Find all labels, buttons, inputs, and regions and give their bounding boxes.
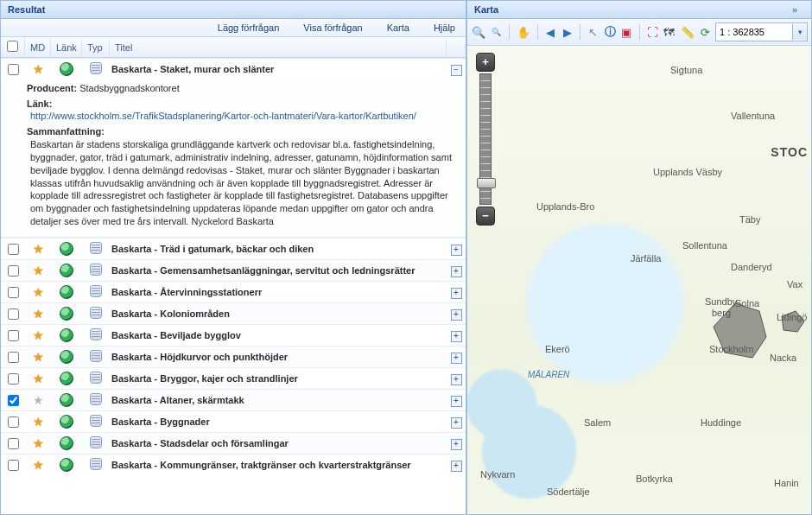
row-checkbox[interactable] (8, 416, 19, 428)
favorite-star-icon[interactable]: ★ (31, 307, 45, 321)
globe-link-icon[interactable] (60, 415, 73, 429)
row-checkbox[interactable] (8, 244, 19, 255)
scale-selector[interactable]: ▾ (715, 22, 808, 41)
row-checkbox[interactable] (8, 330, 19, 341)
expand-row-icon[interactable]: + (451, 331, 462, 342)
favorite-star-icon[interactable]: ★ (31, 62, 45, 76)
table-row[interactable]: ★Baskarta - Bryggor, kajer och strandlin… (1, 367, 466, 389)
col-link[interactable]: Länk (51, 39, 82, 56)
refresh-map-button[interactable]: ⟳ (699, 22, 712, 42)
row-checkbox[interactable] (8, 287, 19, 298)
row-checkbox[interactable] (8, 64, 19, 75)
menu-map[interactable]: Karta (387, 22, 409, 33)
result-body[interactable]: ★Baskarta - Staket, murar och slänter−Pr… (1, 58, 466, 514)
table-row[interactable]: ★Baskarta - Återvinningsstationerr+ (1, 281, 466, 302)
bookmark-tool[interactable]: 🗺 (663, 22, 676, 42)
row-checkbox[interactable] (8, 265, 19, 277)
scale-input[interactable] (716, 24, 792, 40)
expand-row-icon[interactable]: + (451, 266, 462, 277)
city-label-big: STOC (771, 145, 808, 159)
map-canvas[interactable]: + − STOC MÄLAREN SigtunaVallentunaUpplan… (467, 46, 811, 514)
collapse-map-icon[interactable]: » (792, 4, 804, 15)
globe-link-icon[interactable] (60, 393, 73, 407)
select-all-checkbox[interactable] (7, 41, 18, 52)
expand-row-icon[interactable]: + (451, 309, 462, 321)
row-title: Baskarta - Gemensamhetsanläggningar, ser… (110, 262, 447, 279)
zoom-in-tool[interactable]: 🔍 (471, 22, 486, 42)
table-row[interactable]: ★Baskarta - Träd i gatumark, bäckar och … (1, 238, 466, 259)
row-checkbox[interactable] (8, 438, 19, 449)
globe-link-icon[interactable] (60, 436, 73, 450)
expand-row-icon[interactable]: + (451, 439, 462, 450)
table-row[interactable]: ★Baskarta - Höjdkurvor och punkthöjder+ (1, 346, 466, 367)
favorite-star-icon[interactable]: ★ (31, 393, 45, 407)
dataset-type-icon (90, 328, 102, 340)
favorite-star-icon[interactable]: ★ (31, 328, 45, 342)
map-body: + − STOC MÄLAREN SigtunaVallentunaUpplan… (467, 46, 811, 514)
expand-row-icon[interactable]: + (451, 396, 462, 407)
clear-tool[interactable]: ▣ (620, 22, 633, 42)
svg-marker-0 (714, 303, 766, 358)
full-extent-button[interactable]: ⛶ (646, 22, 659, 42)
info-tool[interactable]: ⓘ (603, 22, 616, 42)
pan-tool[interactable]: ✋ (516, 22, 531, 42)
zoom-in-button[interactable]: + (476, 53, 495, 72)
zoom-thumb[interactable] (477, 178, 496, 188)
expand-row-icon[interactable]: − (451, 65, 462, 76)
scale-dropdown-icon[interactable]: ▾ (792, 24, 807, 40)
row-checkbox[interactable] (8, 373, 19, 385)
expand-row-icon[interactable]: + (451, 417, 462, 429)
col-title[interactable]: Titel (110, 39, 447, 56)
table-row[interactable]: ★Baskarta - Altaner, skärmtakk+ (1, 389, 466, 410)
prev-extent-button[interactable]: ◀ (544, 22, 557, 42)
globe-link-icon[interactable] (60, 350, 73, 364)
expand-row-icon[interactable]: + (451, 461, 462, 472)
table-row[interactable]: ★Baskarta - Kommungränser, traktgränser … (1, 454, 466, 475)
table-row[interactable]: ★Baskarta - Stadsdelar och församlingar+ (1, 432, 466, 454)
zoom-out-button[interactable]: − (476, 207, 495, 226)
row-title: Baskarta - Kommungränser, traktgränser o… (110, 456, 447, 474)
favorite-star-icon[interactable]: ★ (31, 372, 45, 385)
expand-row-icon[interactable]: + (451, 374, 462, 385)
col-type[interactable]: Typ (82, 39, 110, 56)
globe-link-icon[interactable] (60, 285, 73, 299)
next-extent-button[interactable]: ▶ (561, 22, 574, 42)
map-panel-title: Karta (474, 4, 498, 15)
favorite-star-icon[interactable]: ★ (31, 285, 45, 299)
globe-link-icon[interactable] (60, 307, 73, 321)
table-row[interactable]: ★Baskarta - Gemensamhetsanläggningar, se… (1, 259, 466, 281)
zoom-out-tool[interactable]: 🔍 (490, 22, 503, 42)
table-row[interactable]: ★Baskarta - Staket, murar och slänter− (1, 58, 466, 79)
globe-link-icon[interactable] (60, 242, 73, 256)
favorite-star-icon[interactable]: ★ (31, 436, 45, 450)
row-checkbox[interactable] (8, 352, 19, 363)
row-checkbox[interactable] (8, 395, 19, 406)
menu-add-request[interactable]: Lägg förfrågan (218, 22, 280, 33)
col-md[interactable]: MD (25, 39, 51, 56)
row-checkbox[interactable] (8, 308, 19, 320)
table-row[interactable]: ★Baskarta - Byggnader+ (1, 410, 466, 432)
globe-link-icon[interactable] (60, 264, 73, 277)
table-row[interactable]: ★Baskarta - Koloniområden+ (1, 302, 466, 324)
menu-help[interactable]: Hjälp (434, 22, 455, 33)
expand-row-icon[interactable]: + (451, 353, 462, 364)
row-checkbox[interactable] (8, 460, 19, 471)
table-row[interactable]: ★Baskarta - Beviljade bygglov+ (1, 324, 466, 346)
favorite-star-icon[interactable]: ★ (31, 264, 45, 277)
globe-link-icon[interactable] (60, 458, 73, 472)
favorite-star-icon[interactable]: ★ (31, 242, 45, 256)
link-url[interactable]: http://www.stockholm.se/TrafikStadsplane… (27, 111, 457, 121)
globe-link-icon[interactable] (60, 328, 73, 342)
pointer-tool[interactable]: ↖ (587, 22, 599, 42)
zoom-track[interactable] (479, 73, 492, 205)
globe-link-icon[interactable] (60, 62, 73, 76)
expand-row-icon[interactable]: + (451, 288, 462, 299)
favorite-star-icon[interactable]: ★ (31, 350, 45, 364)
favorite-star-icon[interactable]: ★ (31, 458, 45, 472)
menu-show-request[interactable]: Visa förfrågan (303, 22, 362, 33)
expand-row-icon[interactable]: + (451, 245, 462, 256)
zoom-slider: + − (476, 53, 495, 226)
measure-tool[interactable]: 📏 (680, 22, 695, 42)
favorite-star-icon[interactable]: ★ (31, 415, 45, 429)
globe-link-icon[interactable] (60, 372, 73, 385)
